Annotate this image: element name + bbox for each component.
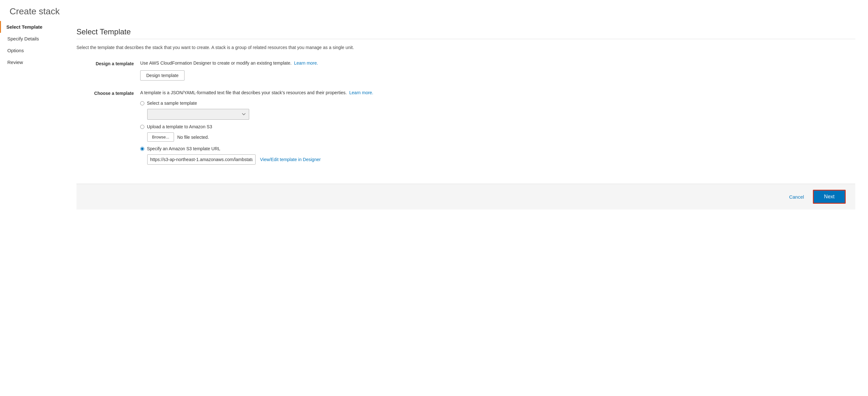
choose-learn-more-link[interactable]: Learn more. [349, 90, 373, 95]
radio-sample-template: Select a sample template [140, 101, 855, 106]
section-title: Select Template [76, 27, 855, 36]
sample-template-select[interactable] [147, 109, 249, 120]
radio-s3-label[interactable]: Specify an Amazon S3 template URL [147, 146, 220, 151]
choose-template-content: A template is a JSON/YAML-formatted text… [140, 90, 855, 165]
radio-upload-input[interactable] [140, 125, 144, 129]
radio-s3-input[interactable] [140, 147, 144, 151]
content-area: Select Template Select the template that… [64, 21, 868, 395]
view-edit-template-link[interactable]: View/Edit template in Designer [260, 157, 320, 162]
page-title: Create stack [0, 0, 868, 21]
design-template-content: Use AWS CloudFormation Designer to creat… [140, 60, 855, 80]
sidebar: Select Template Specify Details Options … [0, 21, 64, 395]
radio-s3-url: Specify an Amazon S3 template URL [140, 146, 855, 151]
radio-sample-label[interactable]: Select a sample template [147, 101, 197, 106]
browse-button[interactable]: Browse... [147, 132, 174, 142]
choose-template-label: Choose a template [76, 90, 140, 96]
design-template-label: Design a template [76, 60, 140, 66]
s3-url-input[interactable] [147, 154, 255, 165]
radio-upload-template: Upload a template to Amazon S3 [140, 124, 855, 129]
section-description: Select the template that describes the s… [76, 44, 855, 51]
choose-template-row: Choose a template A template is a JSON/Y… [76, 90, 855, 165]
design-template-description: Use AWS CloudFormation Designer to creat… [140, 60, 855, 67]
cancel-button[interactable]: Cancel [784, 192, 808, 202]
s3-url-row: View/Edit template in Designer [147, 154, 855, 165]
sidebar-item-select-template[interactable]: Select Template [0, 21, 64, 33]
sidebar-item-review[interactable]: Review [0, 56, 64, 68]
upload-row: Browse... No file selected. [147, 132, 855, 142]
next-button[interactable]: Next [813, 190, 846, 204]
section-divider [76, 39, 855, 39]
design-learn-more-link[interactable]: Learn more. [294, 61, 318, 66]
choose-template-description: A template is a JSON/YAML-formatted text… [140, 90, 855, 96]
design-template-row: Design a template Use AWS CloudFormation… [76, 60, 855, 80]
sidebar-item-options[interactable]: Options [0, 44, 64, 56]
footer-bar: Cancel Next [76, 184, 855, 209]
sidebar-item-specify-details[interactable]: Specify Details [0, 33, 64, 44]
radio-upload-label[interactable]: Upload a template to Amazon S3 [147, 124, 212, 129]
no-file-text: No file selected. [177, 135, 209, 140]
design-template-button[interactable]: Design template [140, 70, 185, 80]
radio-sample-input[interactable] [140, 101, 144, 105]
